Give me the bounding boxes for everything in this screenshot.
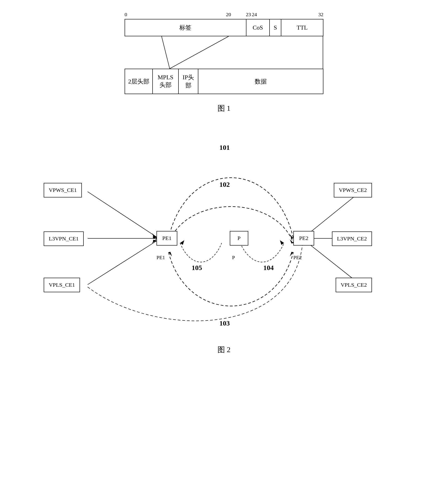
layer2-cell: 2层头部 [125,69,153,94]
path-102-label: 102 [219,181,230,188]
mpls-cell: MPLS头部 [153,69,178,94]
svg-line-11 [88,192,157,237]
frame-table: 2层头部 MPLS头部 IP头部 数据 [125,69,323,94]
pe1-node-label: PE1 [156,254,165,261]
page: 0 20 23 24 32 标签 CoS S TTL [0,0,448,480]
network-diagram: VPWS_CE1 L3VPN_CE1 VPLS_CE1 PE1 P PE2 VP… [39,130,409,338]
cos-cell: CoS [246,19,270,36]
p-node-label: P [232,254,235,261]
svg-line-13 [88,241,157,285]
bit-numbers: 0 20 23 24 32 [125,12,323,19]
ip-cell: IP头部 [178,69,198,94]
pe2-node-label: PE2 [293,254,302,261]
pe1-box: PE1 [156,231,177,246]
pe2-box: PE2 [293,231,314,246]
l3vpn-ce1-box: L3VPN_CE1 [44,232,84,246]
vpls-ce2-box: VPLS_CE2 [336,278,372,292]
label-cell: 标签 [125,19,246,36]
fig2-caption: 图 2 [217,345,231,355]
vpws-ce1-box: VPWS_CE1 [44,183,82,198]
bit-32: 32 [318,12,323,18]
vpls-ce1-box: VPLS_CE1 [44,278,80,292]
svg-line-2 [170,36,229,69]
svg-marker-8 [290,239,293,243]
path-105-label: 105 [192,264,202,272]
l3vpn-ce2-box: L3VPN_CE2 [332,232,372,246]
svg-line-0 [161,36,170,69]
bit-23: 23 [246,12,251,18]
vpws-ce2-box: VPWS_CE2 [334,183,372,198]
path-101-label: 101 [219,144,230,151]
mpls-header-table: 标签 CoS S TTL [125,19,323,36]
p-box: P [230,231,248,246]
path-103-label: 103 [219,319,230,327]
svg-line-14 [305,192,360,237]
header-diagram: 0 20 23 24 32 标签 CoS S TTL [125,12,323,94]
s-cell: S [270,19,281,36]
figure2-container: VPWS_CE1 L3VPN_CE1 VPLS_CE1 PE1 P PE2 VP… [14,130,434,355]
fig1-caption: 图 1 [217,103,231,113]
bit-20: 20 [226,12,231,18]
data-cell: 数据 [198,69,323,94]
connect-lines [125,36,323,69]
bit-24: 24 [252,12,257,18]
connect-svg [125,36,323,69]
bit-0: 0 [125,12,127,18]
path-104-label: 104 [263,264,274,272]
ttl-cell: TTL [281,19,323,36]
figure1-container: 0 20 23 24 32 标签 CoS S TTL [14,12,434,116]
